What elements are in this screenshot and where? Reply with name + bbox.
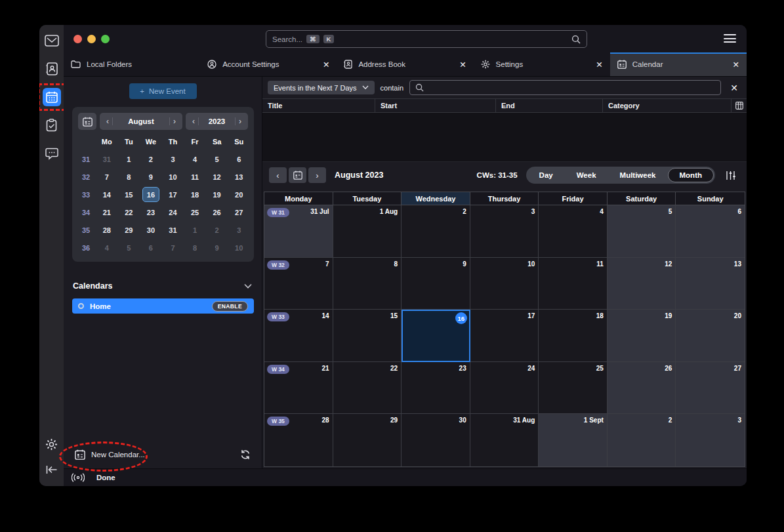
month-day-cell[interactable]: 10 <box>470 258 539 310</box>
event-filter-dropdown[interactable]: Events in the Next 7 Days <box>268 81 375 94</box>
month-day-cell[interactable]: W 3131 Jul <box>264 205 333 258</box>
mini-calendar-day[interactable]: 18 <box>184 186 206 203</box>
mini-calendar-day[interactable]: 10 <box>228 239 250 256</box>
month-day-cell[interactable]: 25 <box>539 362 608 415</box>
mini-calendar-day[interactable]: 29 <box>118 221 140 239</box>
mini-calendar-day[interactable]: 2 <box>206 221 228 239</box>
mini-calendar-day[interactable]: 13 <box>228 168 250 186</box>
new-event-button[interactable]: + New Event <box>129 83 197 99</box>
new-calendar-row[interactable]: New Calendar... <box>64 449 262 460</box>
mail-space-button[interactable] <box>43 31 61 50</box>
next-year-button[interactable]: › <box>237 117 243 126</box>
column-header-start[interactable]: Start <box>375 99 496 112</box>
month-day-cell[interactable]: 11 <box>539 258 608 310</box>
mini-calendar-day[interactable]: 9 <box>206 239 228 256</box>
view-options-icon[interactable] <box>725 171 736 180</box>
mini-calendar-day[interactable]: 22 <box>118 203 140 221</box>
tasks-space-button[interactable] <box>43 116 61 134</box>
tab-settings[interactable]: Settings✕ <box>474 52 610 76</box>
mini-calendar-day[interactable]: 1 <box>118 150 140 168</box>
column-header-category[interactable]: Category <box>603 99 732 112</box>
month-day-cell[interactable]: 29 <box>333 414 402 466</box>
mini-calendar-day[interactable]: 6 <box>140 239 162 256</box>
view-tab-week[interactable]: Week <box>565 168 608 182</box>
month-day-cell-selected[interactable]: 16 <box>402 310 470 362</box>
tab-calendar[interactable]: Calendar✕ <box>610 52 747 76</box>
month-day-cell[interactable]: 8 <box>333 258 402 310</box>
month-day-cell[interactable]: 3 <box>470 205 539 258</box>
prev-year-button[interactable]: ‹ <box>190 117 197 126</box>
month-day-cell[interactable]: 12 <box>608 258 676 310</box>
mini-calendar-day[interactable]: 2 <box>140 150 162 168</box>
view-tab-month[interactable]: Month <box>668 168 714 182</box>
month-day-cell[interactable]: 18 <box>539 310 608 362</box>
next-month-button[interactable]: › <box>171 117 178 126</box>
mini-calendar-day[interactable]: 8 <box>184 239 206 256</box>
calendar-space-button[interactable] <box>43 88 61 106</box>
collapse-sidebar-button[interactable] <box>43 460 61 479</box>
month-day-cell[interactable]: 26 <box>608 362 676 415</box>
month-day-cell[interactable]: W 3421 <box>264 362 333 415</box>
close-tab-icon[interactable]: ✕ <box>459 60 466 70</box>
address-book-space-button[interactable] <box>43 60 61 78</box>
mini-calendar-day[interactable]: 9 <box>140 168 162 186</box>
event-search-input[interactable] <box>409 80 721 95</box>
mini-calendar-day[interactable]: 6 <box>228 150 250 168</box>
month-day-cell[interactable]: 22 <box>333 362 402 415</box>
mini-calendar-day[interactable]: 7 <box>96 168 118 186</box>
enable-badge[interactable]: ENABLE <box>212 301 248 312</box>
month-day-cell[interactable]: 19 <box>608 310 676 362</box>
mini-calendar-day[interactable]: 19 <box>206 186 228 203</box>
close-window-button[interactable] <box>73 35 82 43</box>
month-day-cell[interactable]: 24 <box>470 362 539 415</box>
mini-calendar-day[interactable]: 31 <box>162 221 184 239</box>
month-day-cell[interactable]: 5 <box>608 205 676 258</box>
tab-account-settings[interactable]: Account Settings✕ <box>200 52 337 76</box>
chat-space-button[interactable] <box>43 144 61 163</box>
close-tab-icon[interactable]: ✕ <box>596 60 602 70</box>
month-day-cell[interactable]: 2 <box>608 414 676 466</box>
tab-local-folders[interactable]: Local Folders <box>64 52 200 76</box>
month-day-cell[interactable]: W 327 <box>264 258 333 310</box>
settings-space-button[interactable] <box>43 435 61 453</box>
month-day-cell[interactable]: 17 <box>470 310 539 362</box>
mini-calendar-day[interactable]: 31 <box>96 150 118 168</box>
sync-icon[interactable] <box>240 449 251 460</box>
mini-calendar-day[interactable]: 28 <box>96 221 118 239</box>
today-button[interactable] <box>289 167 306 183</box>
month-day-cell[interactable]: 2 <box>402 205 470 258</box>
mini-calendar-day[interactable]: 15 <box>118 186 140 203</box>
maximize-window-button[interactable] <box>101 35 110 43</box>
column-picker-icon[interactable] <box>732 99 747 112</box>
month-day-cell[interactable]: 31 Aug <box>470 414 539 466</box>
month-day-cell[interactable]: 15 <box>333 310 402 362</box>
mini-calendar-today-button[interactable] <box>78 113 96 130</box>
close-tab-icon[interactable]: ✕ <box>733 60 739 70</box>
month-day-cell[interactable]: 4 <box>539 205 608 258</box>
mini-calendar-day[interactable]: 4 <box>184 150 206 168</box>
month-day-cell[interactable]: 6 <box>676 205 745 258</box>
mini-calendar-day[interactable]: 4 <box>96 239 118 256</box>
chevron-down-icon[interactable] <box>244 283 252 289</box>
mini-calendar-day[interactable]: 20 <box>228 186 250 203</box>
mini-calendar-day[interactable]: 3 <box>228 221 250 239</box>
month-day-cell[interactable]: 1 Sept <box>539 414 608 466</box>
month-day-cell[interactable]: 3 <box>676 414 745 466</box>
month-day-cell[interactable]: 23 <box>402 362 470 415</box>
month-day-cell[interactable]: 20 <box>676 310 745 362</box>
tab-address-book[interactable]: Address Book✕ <box>337 52 473 76</box>
close-tab-icon[interactable]: ✕ <box>323 60 329 70</box>
month-day-cell[interactable]: W 3314 <box>264 310 333 362</box>
mini-calendar-day[interactable]: 24 <box>162 203 184 221</box>
mini-calendar-day[interactable]: 7 <box>162 239 184 256</box>
view-tab-day[interactable]: Day <box>527 168 565 182</box>
mini-calendar-day[interactable]: 30 <box>140 221 162 239</box>
mini-calendar-day[interactable]: 11 <box>184 168 206 186</box>
mini-calendar-day[interactable]: 1 <box>184 221 206 239</box>
mini-calendar-day[interactable]: 23 <box>140 203 162 221</box>
mini-calendar-day[interactable]: 10 <box>162 168 184 186</box>
close-filter-button[interactable]: ✕ <box>727 83 741 93</box>
mini-calendar-day[interactable]: 3 <box>162 150 184 168</box>
mini-calendar-day[interactable]: 17 <box>162 186 184 203</box>
prev-month-button[interactable]: ‹ <box>104 117 111 126</box>
